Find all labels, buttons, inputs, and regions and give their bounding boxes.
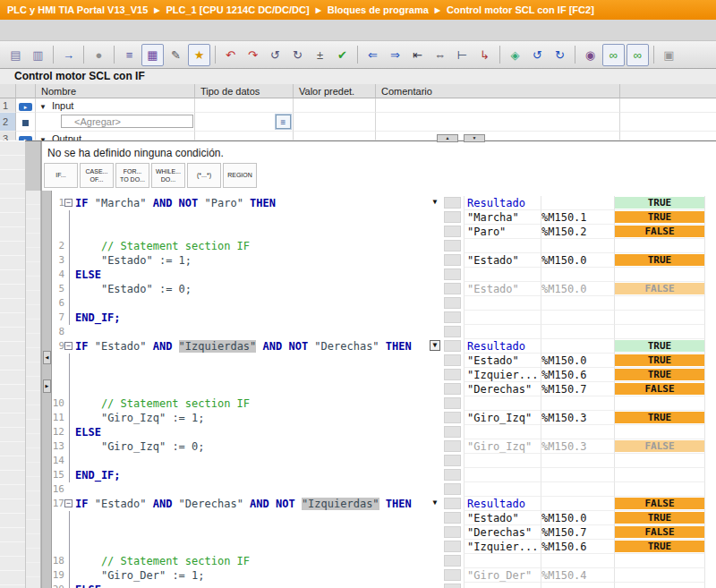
row-name-cell[interactable]: ▼Input [36,98,195,113]
code-line[interactable]: "Giro_Izq" := 1; [75,411,430,425]
monitoring-on-icon[interactable]: ∞ [602,44,625,66]
monitor-value-cell[interactable]: TRUE [614,196,705,210]
monitor-value-cell[interactable] [614,311,705,325]
code-line[interactable]: "Estado" := 0; [75,282,430,296]
insert-row-before-icon[interactable]: ▤ [5,45,26,65]
insert-row-after-icon[interactable]: ▥ [28,45,48,65]
add-variable-input[interactable]: <Agregar> [61,115,193,128]
column-header-comentario[interactable]: Comentario [376,84,620,98]
code-line[interactable] [75,225,430,239]
collapse-right-button[interactable]: ▶ [43,379,51,393]
breadcrumb-item[interactable]: PLC y HMI TIA Portal V13_V15 [7,4,148,15]
fold-toggle-icon[interactable]: − [64,499,72,507]
code-line[interactable] [75,511,430,525]
monitor-value-cell[interactable] [614,268,705,282]
column-header-nombre[interactable]: Nombre [36,84,195,98]
format-icon[interactable]: ± [310,45,330,65]
code-line[interactable]: IF "Estado" AND "Derechas" AND NOT "Izqu… [75,497,430,511]
monitor-value-cell[interactable] [614,296,705,311]
monitor-value-cell[interactable]: FALSE [614,497,705,511]
jump-back-icon[interactable]: ⇐ [362,45,383,65]
write-protection-icon[interactable]: ▣ [659,45,679,65]
fold-toggle-icon[interactable]: − [64,342,72,350]
generate-source-icon[interactable]: → [58,45,79,65]
breadcrumb-item[interactable]: Control motor SCL con IF [FC2] [447,4,594,15]
monitor-value-cell[interactable] [614,554,705,568]
chevron-down-icon[interactable]: ▼ [39,103,47,111]
collapse-left-button[interactable]: ◀ [43,351,51,364]
redo-icon[interactable]: ↷ [243,45,263,65]
monitoring-all-icon[interactable]: ∞ [626,44,649,66]
snippet-button-while[interactable]: WHILE... DO... [151,163,185,188]
code-line[interactable]: ELSE [75,268,430,282]
monitor-value-cell[interactable]: TRUE [614,354,705,368]
code-line[interactable]: IF "Estado" AND "Izquierdas" AND NOT "De… [75,339,430,354]
snippet-button-case[interactable]: CASE... OF... [80,163,114,188]
monitor-value-cell[interactable] [614,396,705,411]
code-line[interactable] [75,210,430,225]
rollforward-icon[interactable]: ↻ [287,45,308,65]
code-line[interactable]: END_IF; [75,311,430,325]
default-cell[interactable] [294,98,376,113]
editor-splitter[interactable]: ◀ ▶ [41,191,52,588]
column-header-tipo[interactable]: Tipo de datos [195,84,294,98]
monitor-value-cell[interactable] [614,482,705,497]
type-cell[interactable] [195,98,294,113]
scroll-down-button[interactable]: ▼ [464,134,485,142]
call-path-icon[interactable]: ↳ [474,45,495,65]
monitor-value-cell[interactable]: FALSE [614,525,705,540]
monitor-dropdown-icon[interactable]: ▼ [430,197,440,208]
code-line[interactable]: // Statement section IF [75,239,430,253]
monitor-value-cell[interactable]: FALSE [614,439,705,454]
datatype-dropdown-button[interactable]: ≡ [276,115,291,129]
code-line[interactable]: ELSE [75,425,430,439]
code-line[interactable] [75,540,430,554]
monitor-value-cell[interactable]: TRUE [614,253,705,268]
monitor-value-cell[interactable] [614,583,705,588]
compile-icon[interactable]: ✔ [332,45,353,65]
comment-cell[interactable] [376,113,620,132]
code-line[interactable]: // Statement section IF [75,554,430,568]
code-line[interactable] [75,525,430,540]
code-line[interactable] [75,296,430,311]
monitor-value-cell[interactable]: TRUE [614,210,705,225]
snippet-button-[interactable]: (*...*) [187,163,221,188]
code-line[interactable] [75,454,430,468]
indent-icon[interactable]: ⇔ [430,45,450,65]
monitor-value-cell[interactable]: TRUE [614,540,705,554]
monitor-value-cell[interactable] [614,454,705,468]
code-line[interactable] [75,354,430,368]
favorites-icon[interactable]: ★ [188,44,210,66]
row-name-cell[interactable]: ▼Output [36,132,195,141]
undo-icon[interactable]: ↶ [220,45,241,65]
table-row-agregar[interactable]: 2 <Agregar> ≡ [0,113,716,132]
monitor-value-cell[interactable]: FALSE [614,225,705,239]
code-line[interactable]: "Estado" := 1; [75,253,430,268]
scroll-up-button[interactable]: ▲ [437,134,458,142]
monitor-value-cell[interactable]: TRUE [614,368,705,382]
code-line[interactable] [75,482,430,497]
monitor-value-cell[interactable]: TRUE [614,511,705,525]
jump-forward-icon[interactable]: ⇒ [385,45,405,65]
code-line[interactable]: ELSE [75,583,430,588]
code-line[interactable]: END_IF; [75,468,430,482]
code-line[interactable]: // Statement section IF [75,396,430,411]
table-row-input[interactable]: 1 ▸ ▼Input [0,98,716,113]
monitor-value-cell[interactable] [614,568,705,583]
code-line[interactable] [75,368,430,382]
snippet-button-region[interactable]: REGION [223,163,257,188]
breakpoints-icon[interactable]: ⊢ [452,45,473,65]
type-cell[interactable]: ≡ [195,113,294,132]
navigate-back-icon[interactable]: ↺ [527,45,548,65]
bookmark-icon[interactable]: ◈ [505,45,525,65]
drag-handle-icon[interactable]: ● [89,45,109,65]
monitor-dropdown-icon[interactable]: ▼ [430,340,440,351]
rollback-icon[interactable]: ↺ [265,45,286,65]
breadcrumb-item[interactable]: Bloques de programa [328,4,429,15]
scl-code-editor[interactable]: 1−IF "Marcha" AND NOT "Paro" THEN▼Result… [52,191,716,588]
monitor-value-cell[interactable]: TRUE [614,411,705,425]
table-row-output[interactable]: 3 ▸ ▼Output [0,132,716,141]
comment-cell[interactable] [376,98,620,113]
breadcrumb-item[interactable]: PLC_1 [CPU 1214C DC/DC/DC] [166,4,309,15]
absolute-operands-icon[interactable]: ≡ [119,45,140,65]
